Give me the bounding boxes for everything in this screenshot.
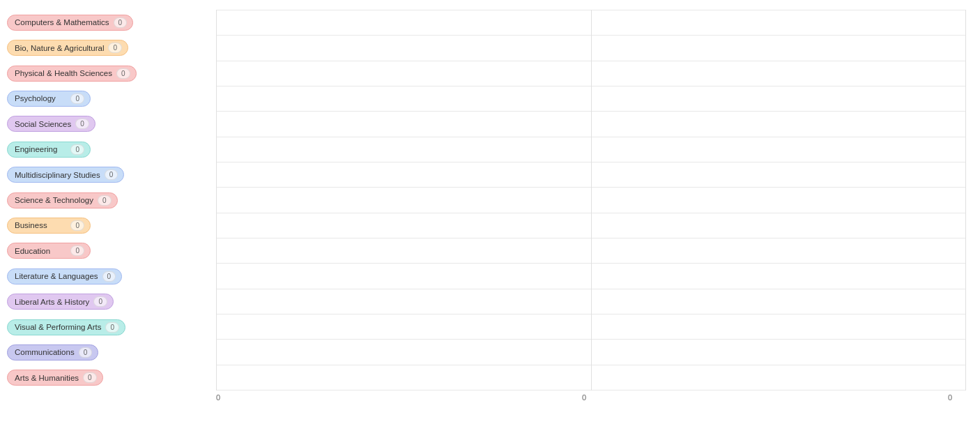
bar-value-badge: 0 [98, 195, 112, 206]
bar-row: Bio, Nature & Agricultural0 [7, 35, 213, 60]
bar-label-text: Social Sciences [15, 120, 71, 128]
bar-label-text: Bio, Nature & Agricultural [15, 44, 104, 52]
plot-row [216, 289, 966, 314]
bar-label-pill: Bio, Nature & Agricultural0 [7, 40, 128, 56]
chart-container: Computers & Mathematics0Bio, Nature & Ag… [0, 0, 980, 440]
bar-label-text: Literature & Languages [15, 272, 98, 280]
plot-row [216, 213, 966, 238]
bar-value-badge: 0 [79, 347, 93, 358]
plot-row [216, 112, 966, 137]
bar-row: Education0 [7, 238, 213, 264]
bar-label-text: Engineering [15, 145, 66, 153]
bar-label-text: Multidisciplinary Studies [15, 171, 100, 179]
bar-row: Business0 [7, 213, 213, 238]
bar-row: Multidisciplinary Studies0 [7, 162, 213, 187]
chart-area: Computers & Mathematics0Bio, Nature & Ag… [7, 10, 966, 390]
bar-row: Computers & Mathematics0 [7, 10, 213, 35]
plot-row [216, 86, 966, 112]
plot-row [216, 137, 966, 162]
bar-label-pill: Business0 [7, 218, 91, 234]
bar-label-pill: Multidisciplinary Studies0 [7, 167, 124, 183]
bar-row: Social Sciences0 [7, 112, 213, 137]
bar-value-badge: 0 [70, 245, 84, 256]
bar-label-pill: Social Sciences0 [7, 116, 95, 132]
plot-row [216, 61, 966, 86]
bar-value-badge: 0 [108, 43, 122, 53]
bar-label-pill: Computers & Mathematics0 [7, 15, 133, 31]
bar-label-pill: Visual & Performing Arts0 [7, 319, 125, 335]
bar-row: Science & Technology0 [7, 188, 213, 213]
bar-value-badge: 0 [70, 220, 84, 231]
bar-label-pill: Education0 [7, 243, 91, 259]
bar-label-text: Liberal Arts & History [15, 298, 89, 306]
bar-label-pill: Literature & Languages0 [7, 268, 122, 285]
bar-row: Visual & Performing Arts0 [7, 314, 213, 340]
bar-value-badge: 0 [70, 144, 84, 155]
bar-label-text: Business [15, 221, 66, 229]
bar-value-badge: 0 [83, 372, 97, 383]
bar-label-text: Physical & Health Sciences [15, 69, 112, 77]
bar-row: Engineering0 [7, 137, 213, 162]
bar-value-badge: 0 [93, 296, 107, 307]
bar-label-text: Science & Technology [15, 196, 93, 204]
bar-label-text: Education [15, 247, 66, 255]
bar-value-badge: 0 [116, 68, 130, 79]
plot-row [216, 36, 966, 61]
bar-label-pill: Liberal Arts & History0 [7, 294, 114, 310]
plot-row [216, 264, 966, 289]
plot-area [216, 10, 966, 390]
bar-value-badge: 0 [75, 119, 89, 129]
plot-row [216, 314, 966, 340]
bar-label-text: Psychology [15, 94, 66, 103]
x-axis: 000 [216, 390, 952, 406]
plot-row [216, 10, 966, 36]
bar-value-badge: 0 [105, 169, 118, 180]
bar-value-badge: 0 [114, 17, 128, 28]
bar-row: Literature & Languages0 [7, 264, 213, 289]
bar-label-pill: Psychology0 [7, 91, 91, 107]
x-axis-label-2: 0 [948, 393, 952, 402]
y-axis-labels: Computers & Mathematics0Bio, Nature & Ag… [7, 10, 216, 390]
bar-label-text: Arts & Humanities [15, 374, 79, 382]
plot-row [216, 238, 966, 264]
bar-row: Physical & Health Sciences0 [7, 61, 213, 86]
bar-label-text: Computers & Mathematics [15, 18, 109, 26]
bar-row: Psychology0 [7, 86, 213, 111]
bar-label-pill: Engineering0 [7, 142, 91, 158]
bar-row: Communications0 [7, 340, 213, 365]
bar-row: Arts & Humanities0 [7, 365, 213, 390]
bar-label-text: Visual & Performing Arts [15, 323, 101, 331]
bar-label-pill: Arts & Humanities0 [7, 370, 103, 386]
plot-row [216, 162, 966, 188]
plot-row [216, 340, 966, 365]
x-axis-label-0: 0 [216, 393, 220, 402]
bar-label-text: Communications [15, 348, 75, 356]
plot-row [216, 188, 966, 213]
bar-label-pill: Communications0 [7, 344, 98, 361]
bar-value-badge: 0 [102, 271, 116, 282]
bar-row: Liberal Arts & History0 [7, 289, 213, 314]
bar-label-pill: Science & Technology0 [7, 192, 118, 208]
plot-row [216, 365, 966, 390]
x-axis-label-1: 0 [582, 393, 586, 402]
bar-value-badge: 0 [70, 93, 84, 104]
bar-value-badge: 0 [105, 322, 119, 333]
bar-label-pill: Physical & Health Sciences0 [7, 66, 137, 82]
